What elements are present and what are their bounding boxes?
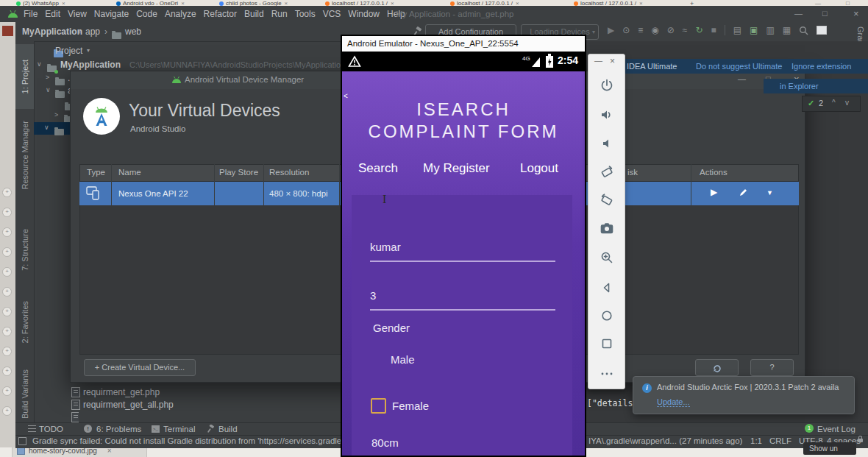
column-size-on-disk[interactable]: isk — [627, 168, 638, 177]
back-icon[interactable] — [600, 280, 614, 295]
minimize-icon[interactable]: — — [794, 9, 803, 18]
tool-stripe-structure[interactable]: 7: Structure — [15, 213, 34, 286]
name-input[interactable]: kumar — [370, 241, 557, 258]
lock-icon[interactable] — [858, 439, 863, 442]
plus-icon[interactable]: + — [2, 208, 12, 217]
chevron-down-icon[interactable]: ▾ — [87, 47, 90, 54]
column-type[interactable]: Type — [87, 168, 105, 177]
maximize-icon[interactable]: □ — [822, 9, 828, 18]
refresh-devices-button[interactable] — [695, 359, 739, 376]
female-option[interactable]: Female — [392, 400, 429, 412]
update-balloon[interactable]: i Android Studio Arctic Fox | 2020.3.1 P… — [633, 376, 855, 414]
search-everywhere-icon[interactable] — [799, 26, 808, 35]
camera-icon[interactable] — [600, 221, 614, 235]
collapse-icon[interactable]: > — [46, 74, 49, 81]
layout-panel-icon[interactable] — [817, 26, 827, 35]
line-ending-indicator[interactable]: CRLF — [769, 436, 791, 445]
ignore-extension-link[interactable]: Ignore extension — [791, 62, 851, 71]
build-hammer-icon[interactable] — [207, 425, 216, 433]
chevron-down-icon[interactable]: v — [845, 99, 849, 107]
profiler-icon[interactable]: ⊘ — [667, 25, 675, 35]
menu-vcs[interactable]: VCS — [323, 9, 341, 19]
home-icon[interactable] — [600, 308, 614, 323]
stop-icon[interactable]: ■ — [711, 25, 716, 35]
tool-stripe-build-variants[interactable]: Build Variants — [15, 359, 34, 429]
tree-row-selected[interactable]: ∨ — [34, 122, 70, 135]
device-menu-icon[interactable]: ▼ — [766, 189, 773, 196]
gradle-sync-icon[interactable]: ↻ — [695, 25, 702, 35]
tree-row[interactable] — [34, 98, 43, 110]
minimize-icon[interactable]: — — [738, 74, 746, 83]
menu-window[interactable]: Window — [348, 9, 380, 19]
nav-my-register-link[interactable]: My Register — [423, 161, 490, 176]
project-panel-header[interactable]: Project — [55, 46, 82, 56]
volume-down-icon[interactable] — [600, 136, 614, 151]
device-manager-icon[interactable]: ▤ — [733, 25, 741, 35]
tree-row-root[interactable]: ∨ MyApplication C:\Users\MUNNAFIYA\Andro… — [34, 60, 43, 71]
tree-row-app[interactable]: ∨ app — [34, 85, 43, 97]
close-icon[interactable]: × — [853, 8, 859, 19]
problems-icon[interactable]: ! — [84, 425, 92, 433]
plus-icon[interactable]: + — [2, 327, 12, 336]
plus-icon[interactable]: + — [2, 188, 12, 197]
column-resolution[interactable]: Resolution — [269, 168, 309, 177]
attach-debugger-icon[interactable]: ⊙ — [622, 25, 630, 35]
expand-icon[interactable]: ∨ — [46, 86, 51, 93]
minimize-icon[interactable]: — — [594, 56, 602, 65]
height-value[interactable]: 80cm — [371, 436, 399, 449]
tree-row[interactable]: > — [34, 110, 43, 122]
breadcrumb-web[interactable]: web — [125, 26, 141, 37]
terminal-icon[interactable]: >_ — [152, 425, 160, 433]
create-virtual-device-button[interactable]: + Create Virtual Device... — [84, 359, 196, 376]
breadcrumb-app[interactable]: app — [85, 26, 100, 37]
overview-icon[interactable] — [600, 336, 614, 351]
female-checkbox[interactable] — [371, 398, 386, 414]
plus-icon[interactable]: + — [2, 366, 12, 376]
menu-edit[interactable]: Edit — [45, 9, 60, 19]
plus-icon[interactable]: + — [2, 347, 12, 356]
expand-icon[interactable]: ∨ — [44, 124, 49, 131]
plus-icon[interactable]: + — [2, 406, 12, 416]
menu-run[interactable]: Run — [271, 9, 288, 19]
menu-tools[interactable]: Tools — [295, 9, 316, 19]
nav-logout-link[interactable]: Logout — [520, 161, 558, 176]
todo-button[interactable]: TODO — [39, 425, 63, 433]
tool-stripe-project[interactable]: 1: Project — [15, 44, 34, 109]
run-icon[interactable]: ▶ — [608, 25, 614, 35]
chevron-up-icon[interactable]: ^ — [832, 99, 836, 107]
todo-icon[interactable] — [28, 425, 36, 432]
logcat-icon[interactable]: ▣ — [750, 25, 758, 35]
plus-icon[interactable]: + — [2, 247, 12, 257]
menu-refactor[interactable]: Refactor — [204, 9, 237, 19]
menu-view[interactable]: View — [68, 9, 87, 19]
collapse-icon[interactable]: > — [54, 111, 58, 118]
emulator-title-bar[interactable]: Android Emulator - Nexus_One_API_22:5554 — [342, 36, 585, 52]
problems-button[interactable]: 6: Problems — [96, 425, 141, 433]
do-not-suggest-link[interactable]: Do not suggest Ultimate — [696, 62, 782, 71]
terminal-button[interactable]: Terminal — [163, 425, 195, 433]
inspections-widget[interactable]: ✓ 2 ^ v — [802, 96, 861, 112]
edit-device-icon[interactable] — [739, 188, 748, 197]
expand-icon[interactable]: ∨ — [37, 60, 42, 68]
menu-file[interactable]: File — [24, 9, 38, 19]
rotate-left-icon[interactable] — [600, 164, 614, 179]
menu-code[interactable]: Code — [136, 9, 157, 19]
tool-stripe-resource-manager[interactable]: Resource Manager — [15, 112, 34, 199]
power-icon[interactable] — [600, 78, 614, 93]
help-button[interactable]: ? — [750, 359, 794, 376]
debug-icon[interactable]: ◉ — [651, 25, 658, 35]
in-explorer-link[interactable]: in Explorer — [780, 82, 819, 91]
close-icon[interactable]: × — [610, 56, 615, 66]
apply-changes-icon[interactable]: ≈ — [683, 25, 688, 35]
tree-row-file[interactable]: user_login.php — [70, 411, 79, 422]
status-message[interactable]: Gradle sync failed: Could not install Gr… — [32, 436, 374, 445]
count-input[interactable]: 3 — [370, 289, 557, 307]
update-link[interactable]: Update... — [657, 397, 690, 407]
male-option[interactable]: Male — [391, 353, 415, 366]
avd-manager-icon[interactable]: ▥ — [766, 25, 774, 35]
build-button[interactable]: Build — [218, 425, 238, 433]
plus-icon[interactable]: + — [2, 267, 12, 277]
nav-search-link[interactable]: Search — [358, 161, 398, 176]
rotate-right-icon[interactable] — [600, 192, 614, 207]
zoom-icon[interactable] — [600, 250, 614, 265]
